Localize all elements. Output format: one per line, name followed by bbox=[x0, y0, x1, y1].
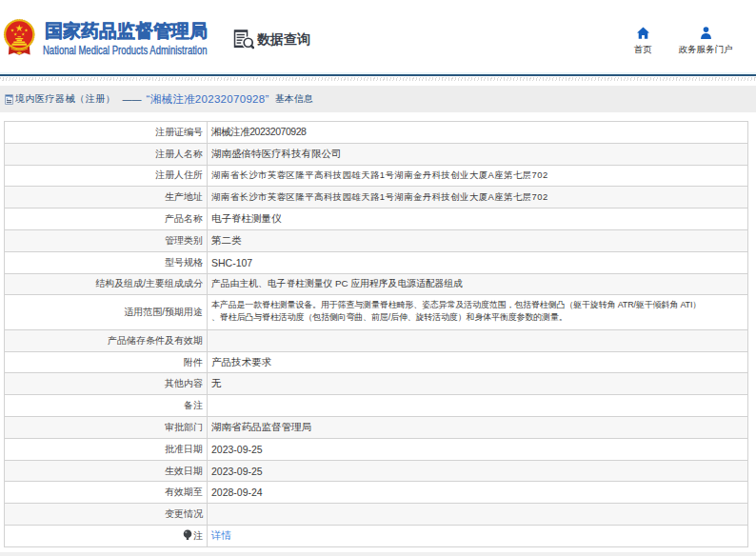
row-label: 结构及组成/主要组成成分 bbox=[5, 273, 208, 295]
row-label-text: 型号规格 bbox=[165, 257, 203, 268]
row-label-text: 批准日期 bbox=[165, 444, 203, 454]
row-value: 湖南省药品监督管理局 bbox=[208, 417, 748, 439]
row-label-text: 产品储存条件及有效期 bbox=[108, 335, 203, 346]
row-value: SHC-107 bbox=[208, 251, 748, 273]
row-label: 审批部门 bbox=[5, 417, 208, 439]
row-value: 2023-09-25 bbox=[208, 438, 748, 460]
footer-strip bbox=[0, 552, 756, 556]
row-value: 湖南省长沙市芙蓉区隆平高科技园雄天路1号湖南金丹科技创业大厦A座第七层702 bbox=[208, 165, 748, 187]
row-label-text: 审批部门 bbox=[165, 422, 203, 432]
row-label-text: 注册证编号 bbox=[155, 127, 203, 137]
nav-home[interactable]: 首页 bbox=[619, 27, 666, 56]
row-label: 其他内容 bbox=[5, 373, 208, 395]
data-query-section[interactable]: 数据查询 bbox=[233, 29, 310, 50]
row-label: 备注 bbox=[5, 395, 208, 417]
row-label: 适用范围/预期用途 bbox=[5, 295, 208, 330]
row-label: 产品储存条件及有效期 bbox=[5, 329, 208, 351]
row-value: 产品由主机、电子脊柱测量仪 PC 应用程序及电源适配器组成 bbox=[208, 273, 748, 295]
table-row: 产品名称 电子脊柱测量仪 bbox=[5, 208, 748, 230]
table-row: 注册人住所 湖南省长沙市芙蓉区隆平高科技园雄天路1号湖南金丹科技创业大厦A座第七… bbox=[5, 165, 748, 187]
table-row: 审批部门 湖南省药品监督管理局 bbox=[5, 417, 748, 439]
row-label: 注册证编号 bbox=[5, 122, 208, 144]
table-row: 产品储存条件及有效期 bbox=[5, 329, 748, 351]
row-label-text: 生产地址 bbox=[165, 191, 203, 202]
row-value bbox=[208, 329, 748, 351]
row-label: 生效日期 bbox=[5, 460, 208, 482]
row-label-text: 其他内容 bbox=[165, 378, 203, 388]
row-value: 湘械注准20232070928 bbox=[208, 122, 748, 144]
row-label: 产品名称 bbox=[5, 208, 208, 230]
document-icon bbox=[5, 94, 13, 105]
row-value: 2023-09-25 bbox=[208, 460, 748, 482]
row-label: 管理类别 bbox=[5, 229, 208, 251]
row-value: 第二类 bbox=[208, 229, 748, 251]
row-value bbox=[208, 395, 748, 417]
row-value: 无 bbox=[208, 373, 748, 395]
row-value: 湖南省长沙市芙蓉区隆平高科技园雄天路1号湖南金丹科技创业大厦A座第七层702 bbox=[208, 187, 748, 208]
row-label-text: 生效日期 bbox=[165, 466, 203, 476]
table-row: 适用范围/预期用途 本产品是一款脊柱测量设备。用于筛查与测量脊柱畸形、姿态异常及… bbox=[5, 295, 748, 330]
row-label-text: 管理类别 bbox=[165, 235, 203, 246]
row-label-text: 注册人住所 bbox=[155, 169, 203, 180]
row-label: 注册人名称 bbox=[5, 143, 208, 165]
home-icon bbox=[637, 27, 649, 39]
row-label: 生产地址 bbox=[5, 187, 208, 208]
table-row: 变更情况 bbox=[5, 504, 748, 526]
row-label-text: 适用范围/预期用途 bbox=[124, 307, 203, 317]
row-label: 注 bbox=[5, 526, 208, 547]
registration-info-table: 注册证编号 湘械注准20232070928 注册人名称 湖南盛倍特医疗科技有限公… bbox=[4, 121, 748, 547]
table-row: 生产地址 湖南省长沙市芙蓉区隆平高科技园雄天路1号湖南金丹科技创业大厦A座第七层… bbox=[5, 187, 748, 208]
national-emblem-logo bbox=[3, 18, 36, 58]
note-bubble-icon bbox=[183, 529, 192, 543]
user-icon bbox=[700, 27, 712, 39]
row-label: 有效期至 bbox=[5, 482, 208, 504]
row-label: 注册人住所 bbox=[5, 165, 208, 187]
row-label: 变更情况 bbox=[5, 504, 208, 526]
table-row: 备注 bbox=[5, 395, 748, 417]
row-label-text: 产品名称 bbox=[165, 213, 203, 224]
nav-portal[interactable]: 政务服务门户 bbox=[671, 27, 740, 56]
data-query-label: 数据查询 bbox=[257, 31, 310, 49]
row-label-text: 有效期至 bbox=[165, 486, 203, 497]
breadcrumb-dash: —— bbox=[123, 94, 142, 105]
table-row: 其他内容 无 bbox=[5, 373, 748, 395]
table-row: 生效日期 2023-09-25 bbox=[5, 460, 748, 482]
row-value: 湖南盛倍特医疗科技有限公司 bbox=[208, 143, 748, 165]
table-row: 注册证编号 湘械注准20232070928 bbox=[5, 122, 748, 144]
row-value: 2028-09-24 bbox=[208, 482, 748, 504]
row-value: 产品技术要求 bbox=[208, 351, 748, 373]
row-label-text: 变更情况 bbox=[165, 508, 203, 519]
row-label: 附件 bbox=[5, 351, 208, 373]
site-title-en: National Medical Products Administration bbox=[43, 44, 207, 56]
detail-link[interactable]: 详情 bbox=[211, 529, 231, 541]
row-label-text: 注册人名称 bbox=[155, 149, 203, 159]
row-value bbox=[208, 504, 748, 526]
table-row: 结构及组成/主要组成成分 产品由主机、电子脊柱测量仪 PC 应用程序及电源适配器… bbox=[5, 273, 748, 295]
breadcrumb: 境内医疗器械（注册） —— “湘械注准20232070928” 基本信息 bbox=[0, 86, 756, 112]
table-row: 管理类别 第二类 bbox=[5, 229, 748, 251]
row-label-text: 结构及组成/主要组成成分 bbox=[95, 278, 203, 288]
table-row: 有效期至 2028-09-24 bbox=[5, 482, 748, 504]
row-value: 电子脊柱测量仪 bbox=[208, 208, 748, 230]
header: 国家药品监督管理局 National Medical Products Admi… bbox=[0, 0, 756, 74]
row-label-text: 备注 bbox=[184, 400, 203, 410]
table-row: 注 详情 bbox=[5, 526, 748, 547]
table-row: 附件 产品技术要求 bbox=[5, 351, 748, 373]
breadcrumb-category: 境内医疗器械（注册） bbox=[15, 92, 115, 106]
table-row: 注册人名称 湖南盛倍特医疗科技有限公司 bbox=[5, 143, 748, 165]
row-value: 详情 bbox=[208, 526, 748, 547]
breadcrumb-suffix: 基本信息 bbox=[275, 92, 313, 106]
nav-portal-label: 政务服务门户 bbox=[679, 44, 733, 56]
table-row: 批准日期 2023-09-25 bbox=[5, 438, 748, 460]
row-label-text: 注 bbox=[193, 530, 203, 541]
nav-home-label: 首页 bbox=[634, 44, 652, 56]
hatch-texture bbox=[0, 77, 756, 81]
table-row: 型号规格 SHC-107 bbox=[5, 251, 748, 273]
data-query-icon bbox=[233, 29, 254, 50]
row-label: 批准日期 bbox=[5, 438, 208, 460]
row-label: 型号规格 bbox=[5, 251, 208, 273]
breadcrumb-regno: “湘械注准20232070928” bbox=[147, 92, 269, 107]
row-label-text: 附件 bbox=[184, 357, 203, 367]
row-value: 本产品是一款脊柱测量设备。用于筛查与测量脊柱畸形、姿态异常及活动度范围，包括脊柱… bbox=[208, 295, 748, 330]
header-divider bbox=[0, 74, 756, 76]
